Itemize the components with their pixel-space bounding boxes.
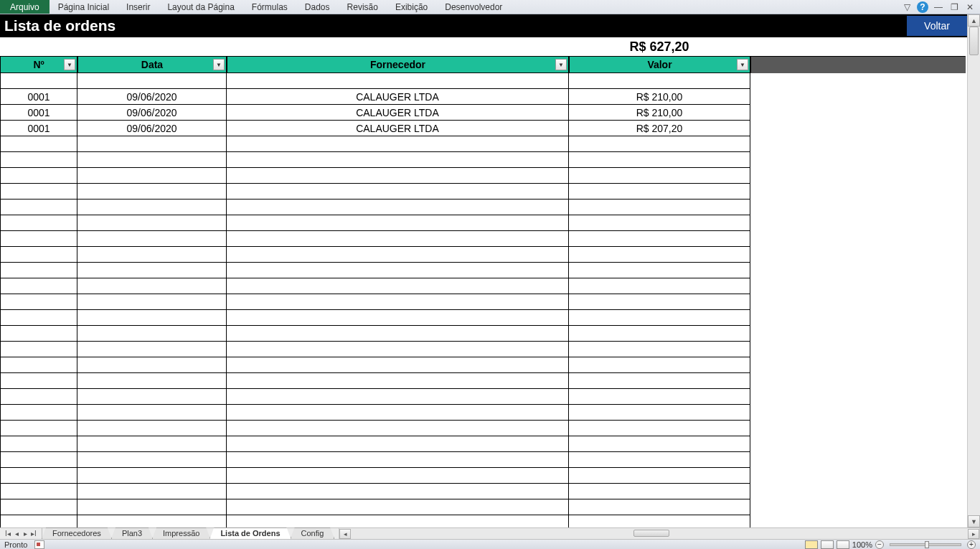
cell[interactable] [0,215,77,231]
cell[interactable]: 09/06/2020 [77,105,227,121]
scroll-thumb[interactable] [969,27,979,55]
cell[interactable] [77,499,227,515]
cell[interactable] [569,136,750,152]
cell[interactable] [77,452,227,468]
sheet-tab-plan3[interactable]: Plan3 [111,527,153,539]
hscroll-thumb[interactable] [633,530,669,537]
scroll-down-icon[interactable]: ▼ [968,515,980,527]
cell[interactable] [77,484,227,499]
hscroll-right-icon[interactable]: ▸ [968,529,979,539]
cell[interactable] [569,436,750,452]
cell[interactable] [77,389,227,405]
cell[interactable] [569,247,750,263]
zoom-in-icon[interactable]: + [967,540,976,549]
cell[interactable] [77,342,227,357]
cell[interactable] [227,342,569,357]
cell[interactable] [227,136,569,152]
cell[interactable]: 0001 [0,89,77,105]
cell[interactable] [569,421,750,436]
cell[interactable] [227,152,569,168]
sheet-nav-last-icon[interactable]: ▸I [30,530,37,538]
cell[interactable] [227,294,569,310]
cell[interactable] [0,342,77,357]
cell[interactable] [0,294,77,310]
cell[interactable] [0,484,77,499]
cell[interactable] [569,168,750,184]
cell[interactable] [77,278,227,294]
cell[interactable] [77,184,227,200]
cell[interactable] [77,326,227,342]
cell[interactable] [569,484,750,499]
menu-insert[interactable]: Inserir [118,0,159,14]
cell[interactable] [77,436,227,452]
cell[interactable] [227,373,569,389]
cell[interactable] [77,215,227,231]
sheet-tab-impressão[interactable]: Impressão [152,527,210,539]
window-restore-icon[interactable]: ❐ [948,1,960,13]
cell[interactable] [227,263,569,278]
cell[interactable] [0,73,77,89]
cell[interactable] [569,452,750,468]
cell[interactable] [227,405,569,421]
window-close-icon[interactable]: ✕ [964,1,976,13]
cell[interactable] [227,278,569,294]
cell[interactable] [227,215,569,231]
cell[interactable] [0,310,77,326]
cell[interactable] [0,468,77,484]
cell[interactable] [77,468,227,484]
back-button[interactable]: Voltar [907,16,967,36]
cell[interactable] [569,152,750,168]
sheet-nav-prev-icon[interactable]: ◂ [13,530,20,538]
cell[interactable] [0,184,77,200]
vertical-scrollbar[interactable]: ▲ ▼ [967,14,980,527]
cell[interactable]: CALAUGER LTDA [227,89,569,105]
cell[interactable] [77,247,227,263]
zoom-slider[interactable] [890,543,961,546]
cell[interactable]: CALAUGER LTDA [227,121,569,136]
view-page-layout-icon[interactable] [821,540,834,549]
cell[interactable] [77,421,227,436]
cell[interactable]: R$ 207,20 [569,121,750,136]
cell[interactable] [0,231,77,247]
view-normal-icon[interactable] [805,540,818,549]
cell[interactable] [0,389,77,405]
menu-layout[interactable]: Layout da Página [159,0,242,14]
cell[interactable]: 09/06/2020 [77,121,227,136]
menu-data[interactable]: Dados [296,0,339,14]
cell[interactable] [0,326,77,342]
cell[interactable] [569,200,750,215]
cell[interactable] [0,247,77,263]
horizontal-scrollbar[interactable]: ◂ ▸ [339,528,980,539]
cell[interactable] [227,421,569,436]
help-icon[interactable]: ? [917,1,928,13]
cell[interactable] [0,278,77,294]
menu-formulas[interactable]: Fórmulas [243,0,296,14]
cell[interactable] [569,499,750,515]
zoom-out-icon[interactable]: − [875,540,884,549]
cell[interactable] [227,484,569,499]
macro-record-icon[interactable] [34,540,44,549]
cell[interactable] [0,152,77,168]
cell[interactable] [77,373,227,389]
cell[interactable] [227,168,569,184]
cell[interactable] [77,310,227,326]
sheet-tab-lista-de-ordens[interactable]: Lista de Ordens [209,527,291,539]
sheet-nav-next-icon[interactable]: ▸ [22,530,29,538]
cell[interactable] [227,184,569,200]
sheet-nav-first-icon[interactable]: I◂ [4,530,11,538]
menu-review[interactable]: Revisão [339,0,387,14]
col-date-header[interactable]: Data▼ [77,56,227,73]
cell[interactable] [77,136,227,152]
cell[interactable] [0,357,77,373]
window-minimize-icon[interactable]: — [933,1,944,13]
cell[interactable] [77,168,227,184]
cell[interactable] [227,231,569,247]
col-value-filter-icon[interactable]: ▼ [737,59,748,70]
cell[interactable] [0,168,77,184]
cell[interactable] [0,436,77,452]
cell[interactable] [227,200,569,215]
cell[interactable] [77,405,227,421]
menu-view[interactable]: Exibição [387,0,436,14]
cell[interactable] [569,231,750,247]
menu-developer[interactable]: Desenvolvedor [436,0,511,14]
